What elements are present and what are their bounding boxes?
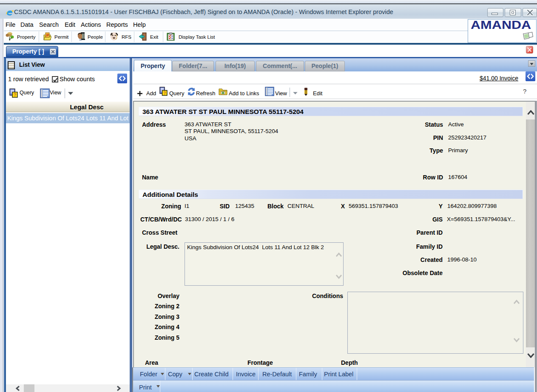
svg-text:P: P (46, 33, 49, 37)
svg-text:?: ? (14, 92, 16, 97)
